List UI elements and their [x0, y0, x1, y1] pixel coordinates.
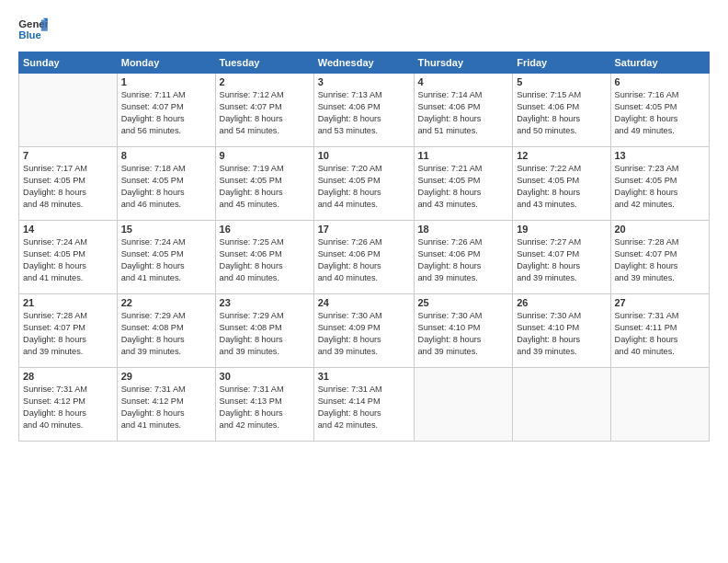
day-number: 24 — [318, 297, 410, 308]
day-number: 7 — [23, 150, 113, 161]
day-number: 22 — [121, 297, 211, 308]
calendar-cell — [610, 368, 710, 442]
day-number: 10 — [318, 150, 410, 161]
day-info: Sunrise: 7:29 AMSunset: 4:08 PMDaylight:… — [121, 310, 211, 358]
day-number: 25 — [418, 297, 509, 308]
day-number: 27 — [615, 297, 706, 308]
calendar-cell: 25Sunrise: 7:30 AMSunset: 4:10 PMDayligh… — [414, 294, 513, 368]
day-number: 19 — [517, 224, 606, 235]
calendar-cell: 4Sunrise: 7:14 AMSunset: 4:06 PMDaylight… — [414, 74, 513, 147]
calendar-cell: 9Sunrise: 7:19 AMSunset: 4:05 PMDaylight… — [215, 147, 313, 221]
day-info: Sunrise: 7:31 AMSunset: 4:11 PMDaylight:… — [615, 310, 706, 358]
calendar-cell: 11Sunrise: 7:21 AMSunset: 4:05 PMDayligh… — [414, 147, 513, 221]
day-info: Sunrise: 7:30 AMSunset: 4:09 PMDaylight:… — [318, 310, 410, 358]
header-sunday: Sunday — [19, 52, 118, 74]
calendar-cell: 17Sunrise: 7:26 AMSunset: 4:06 PMDayligh… — [313, 221, 414, 294]
day-number: 20 — [615, 224, 706, 235]
day-info: Sunrise: 7:11 AMSunset: 4:07 PMDaylight:… — [121, 89, 211, 137]
day-number: 9 — [220, 150, 310, 161]
day-info: Sunrise: 7:26 AMSunset: 4:06 PMDaylight:… — [418, 236, 509, 284]
svg-text:Blue: Blue — [18, 29, 41, 40]
day-info: Sunrise: 7:24 AMSunset: 4:05 PMDaylight:… — [23, 236, 113, 284]
day-info: Sunrise: 7:23 AMSunset: 4:05 PMDaylight:… — [615, 163, 706, 211]
calendar-cell: 13Sunrise: 7:23 AMSunset: 4:05 PMDayligh… — [610, 147, 710, 221]
week-row-3: 14Sunrise: 7:24 AMSunset: 4:05 PMDayligh… — [19, 221, 710, 294]
day-number: 4 — [418, 76, 509, 87]
day-number: 17 — [318, 224, 410, 235]
calendar-cell: 27Sunrise: 7:31 AMSunset: 4:11 PMDayligh… — [610, 294, 710, 368]
day-number: 3 — [318, 76, 410, 87]
day-number: 2 — [220, 76, 310, 87]
day-number: 26 — [517, 297, 606, 308]
day-info: Sunrise: 7:28 AMSunset: 4:07 PMDaylight:… — [615, 236, 706, 284]
header-monday: Monday — [117, 52, 215, 74]
day-number: 5 — [517, 76, 606, 87]
day-info: Sunrise: 7:24 AMSunset: 4:05 PMDaylight:… — [121, 236, 211, 284]
calendar-cell: 23Sunrise: 7:29 AMSunset: 4:08 PMDayligh… — [215, 294, 313, 368]
calendar-cell: 31Sunrise: 7:31 AMSunset: 4:14 PMDayligh… — [313, 368, 414, 442]
calendar-cell: 1Sunrise: 7:11 AMSunset: 4:07 PMDaylight… — [117, 74, 215, 147]
day-number: 11 — [418, 150, 509, 161]
day-number: 21 — [23, 297, 113, 308]
day-info: Sunrise: 7:31 AMSunset: 4:12 PMDaylight:… — [121, 384, 211, 431]
calendar-cell: 5Sunrise: 7:15 AMSunset: 4:06 PMDaylight… — [513, 74, 610, 147]
day-info: Sunrise: 7:25 AMSunset: 4:06 PMDaylight:… — [220, 236, 310, 284]
day-number: 12 — [517, 150, 606, 161]
day-number: 8 — [121, 150, 211, 161]
calendar-cell: 24Sunrise: 7:30 AMSunset: 4:09 PMDayligh… — [313, 294, 414, 368]
day-info: Sunrise: 7:16 AMSunset: 4:05 PMDaylight:… — [615, 89, 706, 137]
calendar-cell: 7Sunrise: 7:17 AMSunset: 4:05 PMDaylight… — [19, 147, 118, 221]
day-info: Sunrise: 7:30 AMSunset: 4:10 PMDaylight:… — [418, 310, 509, 358]
logo-icon: General Blue — [18, 17, 48, 42]
day-info: Sunrise: 7:14 AMSunset: 4:06 PMDaylight:… — [418, 89, 509, 137]
day-info: Sunrise: 7:13 AMSunset: 4:06 PMDaylight:… — [318, 89, 410, 137]
logo: General Blue — [18, 17, 48, 42]
day-info: Sunrise: 7:31 AMSunset: 4:12 PMDaylight:… — [23, 384, 113, 431]
day-info: Sunrise: 7:15 AMSunset: 4:06 PMDaylight:… — [517, 89, 606, 137]
calendar: Sunday Monday Tuesday Wednesday Thursday… — [18, 52, 710, 442]
calendar-cell: 12Sunrise: 7:22 AMSunset: 4:05 PMDayligh… — [513, 147, 610, 221]
day-number: 30 — [220, 371, 310, 382]
header-friday: Friday — [513, 52, 610, 74]
calendar-cell: 19Sunrise: 7:27 AMSunset: 4:07 PMDayligh… — [513, 221, 610, 294]
week-row-4: 21Sunrise: 7:28 AMSunset: 4:07 PMDayligh… — [19, 294, 710, 368]
day-number: 29 — [121, 371, 211, 382]
day-number: 13 — [615, 150, 706, 161]
day-number: 6 — [615, 76, 706, 87]
day-number: 16 — [220, 224, 310, 235]
calendar-cell: 2Sunrise: 7:12 AMSunset: 4:07 PMDaylight… — [215, 74, 313, 147]
svg-marker-2 — [41, 20, 48, 31]
calendar-cell: 10Sunrise: 7:20 AMSunset: 4:05 PMDayligh… — [313, 147, 414, 221]
calendar-cell: 28Sunrise: 7:31 AMSunset: 4:12 PMDayligh… — [19, 368, 118, 442]
calendar-cell: 29Sunrise: 7:31 AMSunset: 4:12 PMDayligh… — [117, 368, 215, 442]
header-thursday: Thursday — [414, 52, 513, 74]
calendar-cell: 6Sunrise: 7:16 AMSunset: 4:05 PMDaylight… — [610, 74, 710, 147]
header: General Blue — [18, 17, 710, 42]
day-info: Sunrise: 7:26 AMSunset: 4:06 PMDaylight:… — [318, 236, 410, 284]
calendar-cell: 26Sunrise: 7:30 AMSunset: 4:10 PMDayligh… — [513, 294, 610, 368]
day-info: Sunrise: 7:31 AMSunset: 4:14 PMDaylight:… — [318, 384, 410, 431]
calendar-cell: 30Sunrise: 7:31 AMSunset: 4:13 PMDayligh… — [215, 368, 313, 442]
day-number: 23 — [220, 297, 310, 308]
calendar-cell: 18Sunrise: 7:26 AMSunset: 4:06 PMDayligh… — [414, 221, 513, 294]
calendar-cell: 20Sunrise: 7:28 AMSunset: 4:07 PMDayligh… — [610, 221, 710, 294]
day-info: Sunrise: 7:20 AMSunset: 4:05 PMDaylight:… — [318, 163, 410, 211]
day-info: Sunrise: 7:18 AMSunset: 4:05 PMDaylight:… — [121, 163, 211, 211]
day-number: 14 — [23, 224, 113, 235]
calendar-cell: 16Sunrise: 7:25 AMSunset: 4:06 PMDayligh… — [215, 221, 313, 294]
day-number: 1 — [121, 76, 211, 87]
week-row-5: 28Sunrise: 7:31 AMSunset: 4:12 PMDayligh… — [19, 368, 710, 442]
header-wednesday: Wednesday — [313, 52, 414, 74]
day-info: Sunrise: 7:21 AMSunset: 4:05 PMDaylight:… — [418, 163, 509, 211]
weekday-header-row: Sunday Monday Tuesday Wednesday Thursday… — [19, 52, 710, 74]
day-info: Sunrise: 7:12 AMSunset: 4:07 PMDaylight:… — [220, 89, 310, 137]
day-number: 28 — [23, 371, 113, 382]
day-info: Sunrise: 7:31 AMSunset: 4:13 PMDaylight:… — [220, 384, 310, 431]
calendar-cell: 8Sunrise: 7:18 AMSunset: 4:05 PMDaylight… — [117, 147, 215, 221]
calendar-cell: 22Sunrise: 7:29 AMSunset: 4:08 PMDayligh… — [117, 294, 215, 368]
calendar-cell: 21Sunrise: 7:28 AMSunset: 4:07 PMDayligh… — [19, 294, 118, 368]
week-row-1: 1Sunrise: 7:11 AMSunset: 4:07 PMDaylight… — [19, 74, 710, 147]
calendar-cell: 3Sunrise: 7:13 AMSunset: 4:06 PMDaylight… — [313, 74, 414, 147]
day-number: 15 — [121, 224, 211, 235]
day-info: Sunrise: 7:28 AMSunset: 4:07 PMDaylight:… — [23, 310, 113, 358]
